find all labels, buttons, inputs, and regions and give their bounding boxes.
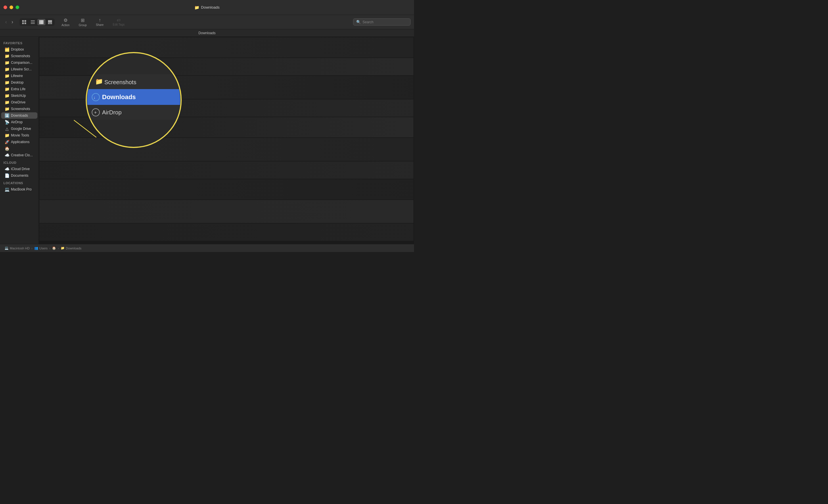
sidebar-item-macbook-pro[interactable]: 💻 MacBook Pro <box>1 186 37 192</box>
svg-rect-7 <box>39 20 41 24</box>
view-column-btn[interactable] <box>37 19 45 25</box>
sidebar-item-dropbox-label: Dropbox <box>11 47 24 51</box>
svg-rect-8 <box>41 20 42 24</box>
sidebar-item-desktop-label: Desktop <box>11 81 24 85</box>
statusbar-macintosh-icon: 💻 <box>5 246 9 250</box>
folder-icon-ss1: 📁 <box>5 54 9 58</box>
statusbar-chevron2: › <box>49 246 50 250</box>
edit-tags-icon: 🏷 <box>117 18 120 22</box>
folder-icon-mt: 📁 <box>5 133 9 138</box>
sidebar-item-downloads-label: Downloads <box>11 113 28 118</box>
edit-tags-label: Edit Tags <box>113 23 124 26</box>
sidebar-item-lifewire-scr[interactable]: 📁 Lifewire Scr... <box>1 66 37 73</box>
folder-icon: 📁 <box>194 5 199 10</box>
documents-icon: 📄 <box>5 173 9 178</box>
sidebar-item-extra-life[interactable]: 📁 Extra Life <box>1 86 37 92</box>
search-box[interactable]: 🔍 <box>353 18 411 26</box>
window-title-text: Downloads <box>201 5 219 9</box>
toolbar: ‹ › ⚙ Action <box>0 15 414 29</box>
sidebar-item-dropbox[interactable]: 🗂️ Dropbox <box>1 46 37 53</box>
share-button[interactable]: ↑ Share <box>94 17 106 27</box>
sidebar-item-airdrop[interactable]: 📡 AirDrop <box>1 119 37 125</box>
sidebar-item-screenshots2[interactable]: 📁 Screenshots <box>1 106 37 112</box>
titlebar: 📁 Downloads <box>0 0 414 15</box>
close-button[interactable] <box>3 5 7 9</box>
folder-icon-el: 📁 <box>5 87 9 91</box>
icloud-drive-icon: ☁️ <box>5 167 9 171</box>
maximize-button[interactable] <box>15 5 19 9</box>
svg-rect-0 <box>22 20 24 22</box>
action-icon: ⚙ <box>64 17 68 23</box>
sidebar-item-sketchup-label: SketchUp <box>11 94 26 98</box>
search-icon: 🔍 <box>356 20 361 24</box>
statusbar-users-icon: 👥 <box>34 246 38 250</box>
sidebar-item-airdrop-label: AirDrop <box>11 120 23 124</box>
home-icon: 🏠 <box>5 146 9 151</box>
svg-rect-3 <box>25 22 26 24</box>
group-label: Group <box>79 24 87 27</box>
view-buttons <box>19 18 55 26</box>
airdrop-icon: 📡 <box>5 120 9 125</box>
main-layout: Favorites 🗂️ Dropbox 📁 Screenshots 📁 Com… <box>0 37 414 244</box>
sidebar-item-applications[interactable]: 🚀 Applications <box>1 139 37 145</box>
sidebar-item-lifewire[interactable]: 📁 Lifewire <box>1 73 37 79</box>
sidebar-item-lifewire-scr-label: Lifewire Scr... <box>11 67 32 71</box>
folder-icon-lw: 📁 <box>5 74 9 78</box>
sidebar-item-onedrive-label: OneDrive <box>11 100 26 104</box>
statusbar-users-label: Users <box>39 246 48 250</box>
svg-rect-6 <box>31 23 35 24</box>
applications-icon: 🚀 <box>5 140 9 144</box>
sidebar-item-documents[interactable]: 📄 Documents <box>1 172 37 179</box>
statusbar: 💻 Macintosh HD › 👥 Users › 🏠 › 📁 Downloa… <box>0 244 414 252</box>
sidebar-item-home[interactable]: 🏠 <box>1 145 37 152</box>
folder-icon-lws: 📁 <box>5 67 9 72</box>
svg-rect-11 <box>48 23 49 24</box>
search-input[interactable] <box>363 20 407 24</box>
sidebar-item-screenshots1[interactable]: 📁 Screenshots <box>1 53 37 59</box>
sidebar-item-macbook-pro-label: MacBook Pro <box>11 187 32 191</box>
favorites-header: Favorites <box>0 39 39 46</box>
sidebar-item-desktop[interactable]: 📁 Desktop <box>1 79 37 86</box>
sidebar-item-comparison-label: Comparison... <box>11 61 33 65</box>
folder-icon-ss2: 📁 <box>5 106 9 111</box>
action-button[interactable]: ⚙ Action <box>59 17 72 27</box>
svg-rect-12 <box>49 23 51 24</box>
back-button[interactable]: ‹ <box>3 18 9 26</box>
share-icon: ↑ <box>98 17 101 23</box>
forward-button[interactable]: › <box>10 18 15 26</box>
statusbar-macintosh-label: Macintosh HD <box>10 246 30 250</box>
statusbar-chevron3: › <box>58 246 59 250</box>
sidebar-item-sketchup[interactable]: 📁 SketchUp <box>1 93 37 99</box>
sidebar-item-movie-tools[interactable]: 📁 Movie Tools <box>1 132 37 138</box>
sidebar-item-onedrive[interactable]: 📁 OneDrive <box>1 99 37 105</box>
creative-cloud-icon: ☁️ <box>5 153 9 157</box>
edit-tags-button[interactable]: 🏷 Edit Tags <box>111 17 127 27</box>
sidebar-item-screenshots1-label: Screenshots <box>11 54 30 58</box>
view-icon-btn[interactable] <box>20 19 28 25</box>
sidebar: Favorites 🗂️ Dropbox 📁 Screenshots 📁 Com… <box>0 37 39 244</box>
sidebar-item-comparison[interactable]: 📁 Comparison... <box>1 59 37 66</box>
folder-icon-od: 📁 <box>5 100 9 104</box>
macbook-pro-icon: 💻 <box>5 187 9 192</box>
folder-icon-comp: 📁 <box>5 60 9 65</box>
pathbar: Downloads <box>0 29 414 37</box>
sidebar-item-movie-tools-label: Movie Tools <box>11 133 29 137</box>
group-button[interactable]: ⊞ Group <box>77 17 89 27</box>
icloud-header: iCloud <box>0 158 39 166</box>
sidebar-item-applications-label: Applications <box>11 140 30 144</box>
sidebar-item-google-drive[interactable]: △ Google Drive <box>1 126 37 132</box>
folder-icon-desk: 📁 <box>5 80 9 85</box>
sidebar-item-icloud-drive-label: iCloud Drive <box>11 167 30 171</box>
statusbar-downloads-label: Downloads <box>66 246 81 250</box>
view-gallery-btn[interactable] <box>46 19 54 25</box>
traffic-lights <box>0 5 19 9</box>
statusbar-downloads-icon: 📁 <box>61 246 65 250</box>
minimize-button[interactable] <box>9 5 13 9</box>
sidebar-item-icloud-drive[interactable]: ☁️ iCloud Drive <box>1 166 37 172</box>
share-label: Share <box>96 23 104 27</box>
view-list-btn[interactable] <box>29 19 37 25</box>
sidebar-item-google-drive-label: Google Drive <box>11 127 31 131</box>
sidebar-item-downloads[interactable]: ⬇️ Downloads <box>1 112 37 119</box>
sidebar-item-creative-cloud[interactable]: ☁️ Creative Clo... <box>1 152 37 158</box>
svg-rect-1 <box>25 20 26 22</box>
